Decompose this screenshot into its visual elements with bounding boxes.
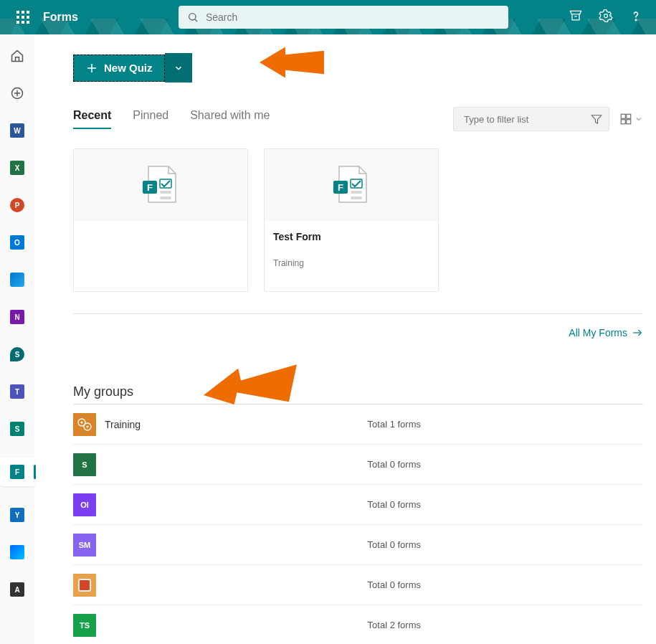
group-name-redacted bbox=[105, 618, 248, 633]
all-forms-link-row: All My Forms bbox=[73, 327, 643, 338]
side-rail: WXPONSTSFYA bbox=[0, 34, 34, 644]
rail-item-pa[interactable] bbox=[9, 544, 26, 561]
form-card[interactable]: F bbox=[73, 148, 248, 292]
search-box[interactable] bbox=[179, 6, 508, 29]
group-name: Training bbox=[105, 419, 262, 430]
svg-rect-14 bbox=[621, 120, 625, 124]
group-icon bbox=[73, 413, 96, 436]
svg-rect-12 bbox=[621, 114, 625, 118]
group-name-redacted bbox=[105, 498, 248, 512]
svg-marker-2 bbox=[571, 11, 581, 14]
group-row[interactable]: STotal 0 forms bbox=[73, 445, 643, 485]
svg-marker-11 bbox=[591, 115, 602, 123]
view-toggle[interactable] bbox=[619, 113, 643, 126]
main-content: New Quiz RecentPinnedShared with me FFTe… bbox=[34, 34, 656, 644]
group-total: Total 2 forms bbox=[368, 620, 421, 630]
help-icon[interactable] bbox=[629, 9, 643, 26]
group-name-redacted bbox=[105, 538, 248, 552]
new-quiz-label: New Quiz bbox=[104, 62, 153, 74]
svg-rect-15 bbox=[627, 120, 631, 124]
group-icon: TS bbox=[73, 614, 96, 637]
svg-text:F: F bbox=[338, 182, 343, 193]
groups-list: TrainingTotal 1 formsSTotal 0 formsOITot… bbox=[73, 404, 643, 644]
cards-grid: FFTest FormTraining bbox=[73, 148, 643, 292]
svg-line-1 bbox=[195, 19, 197, 22]
filter-box[interactable] bbox=[453, 107, 609, 131]
rail-item-word[interactable]: W bbox=[9, 122, 26, 139]
group-total: Total 0 forms bbox=[368, 499, 421, 510]
card-thumb: F bbox=[74, 149, 247, 221]
svg-rect-19 bbox=[160, 191, 171, 194]
arrow-right-icon bbox=[632, 327, 643, 338]
plus-icon bbox=[85, 62, 98, 75]
rail-item-outlook[interactable]: O bbox=[9, 234, 26, 251]
rail-item-onenote[interactable]: N bbox=[9, 308, 26, 326]
annotation-arrow-2 bbox=[204, 360, 297, 410]
tab-shared-with-me[interactable]: Shared with me bbox=[190, 109, 270, 129]
group-icon: SM bbox=[73, 534, 96, 557]
tab-recent[interactable]: Recent bbox=[73, 109, 111, 129]
svg-point-3 bbox=[604, 14, 608, 18]
svg-rect-25 bbox=[351, 196, 362, 199]
group-row[interactable]: SMTotal 0 forms bbox=[73, 525, 643, 565]
form-card[interactable]: FTest FormTraining bbox=[264, 148, 439, 292]
svg-point-4 bbox=[635, 19, 637, 21]
rail-item-home[interactable] bbox=[9, 47, 26, 65]
group-row[interactable]: TrainingTotal 1 forms bbox=[73, 404, 643, 445]
chevron-down-icon bbox=[173, 63, 184, 73]
rail-item-teams[interactable]: T bbox=[9, 383, 26, 400]
group-row[interactable]: OITotal 0 forms bbox=[73, 485, 643, 525]
filter-input[interactable] bbox=[464, 114, 590, 125]
waffle-icon bbox=[16, 11, 29, 24]
rail-item-onedrive[interactable] bbox=[9, 271, 26, 288]
svg-point-29 bbox=[81, 421, 83, 423]
group-total: Total 0 forms bbox=[368, 539, 421, 550]
rail-item-yammer[interactable]: Y bbox=[9, 506, 26, 524]
rail-item-excel[interactable]: X bbox=[9, 159, 26, 176]
svg-rect-20 bbox=[160, 196, 171, 199]
new-quiz-dropdown[interactable] bbox=[165, 53, 192, 82]
group-icon: S bbox=[73, 453, 96, 476]
svg-rect-24 bbox=[351, 191, 362, 194]
group-icon bbox=[73, 574, 96, 597]
group-total: Total 1 forms bbox=[368, 419, 421, 430]
group-total: Total 0 forms bbox=[368, 579, 421, 590]
header-bar: Forms bbox=[0, 0, 656, 34]
new-quiz-button[interactable]: New Quiz bbox=[73, 55, 165, 82]
tabs-row: RecentPinnedShared with me bbox=[73, 107, 643, 131]
grid-icon bbox=[619, 113, 632, 126]
new-quiz-row: New Quiz bbox=[73, 53, 643, 82]
group-row[interactable]: Total 0 forms bbox=[73, 565, 643, 605]
all-forms-label: All My Forms bbox=[569, 327, 627, 338]
rail-item-forms[interactable]: F bbox=[0, 458, 34, 486]
card-thumb: F bbox=[265, 149, 438, 221]
rail-item-sp[interactable]: S bbox=[9, 346, 26, 363]
svg-marker-27 bbox=[204, 364, 297, 404]
settings-icon[interactable] bbox=[599, 9, 613, 26]
rail-item-sway[interactable]: S bbox=[9, 420, 26, 437]
group-icon: OI bbox=[73, 493, 96, 516]
card-subtitle: Training bbox=[273, 258, 429, 268]
chevron-down-icon bbox=[634, 115, 643, 123]
filter-icon[interactable] bbox=[590, 113, 603, 126]
divider bbox=[73, 313, 643, 314]
svg-marker-10 bbox=[260, 47, 324, 77]
rail-item-ppt[interactable]: P bbox=[9, 196, 26, 214]
tab-pinned[interactable]: Pinned bbox=[133, 109, 168, 129]
svg-point-0 bbox=[189, 14, 196, 20]
search-icon bbox=[187, 11, 199, 23]
group-name-redacted bbox=[105, 458, 248, 472]
group-total: Total 0 forms bbox=[368, 459, 421, 470]
my-groups-heading: My groups bbox=[73, 384, 643, 399]
card-title: Test Form bbox=[273, 231, 429, 242]
rail-item-create[interactable] bbox=[9, 85, 26, 102]
app-launcher[interactable] bbox=[6, 0, 40, 34]
search-input[interactable] bbox=[199, 11, 508, 23]
rail-item-admin[interactable]: A bbox=[9, 581, 26, 598]
group-row[interactable]: TSTotal 2 forms bbox=[73, 605, 643, 644]
svg-point-31 bbox=[87, 425, 89, 427]
all-forms-link[interactable]: All My Forms bbox=[569, 327, 643, 338]
app-title: Forms bbox=[43, 11, 78, 24]
promotion-icon[interactable] bbox=[569, 9, 583, 26]
annotation-arrow-1 bbox=[260, 43, 324, 82]
